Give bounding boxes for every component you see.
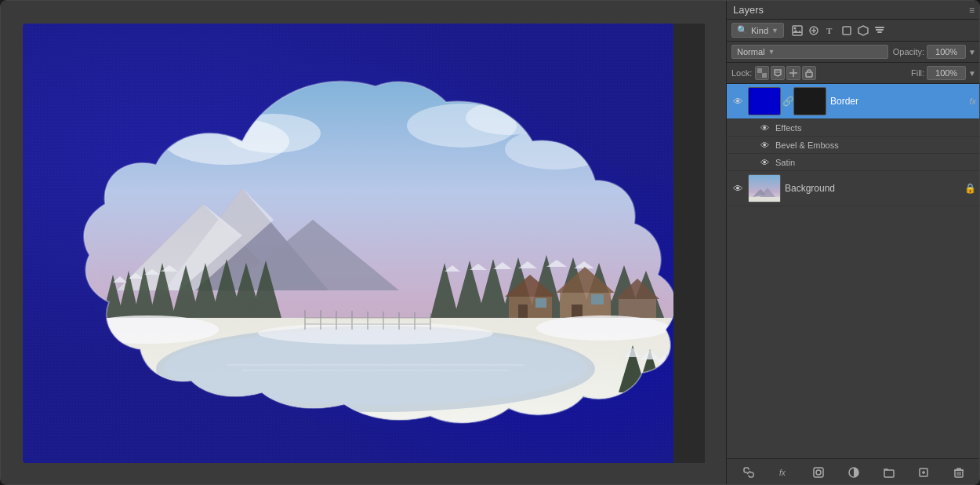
layer-border-chain: 🔗 — [782, 96, 792, 107]
lock-icons-group — [755, 66, 816, 80]
bevel-visibility[interactable]: 👁 — [758, 140, 771, 150]
search-icon: 🔍 — [737, 25, 748, 35]
svg-rect-104 — [814, 468, 823, 477]
svg-rect-89 — [762, 68, 767, 73]
svg-rect-74 — [793, 26, 802, 35]
cloud-svg — [70, 63, 681, 432]
opacity-input[interactable]: 100% — [927, 45, 966, 59]
svg-rect-42 — [535, 298, 546, 308]
kind-icon-adjustment[interactable] — [807, 24, 821, 38]
satin-label: Satin — [775, 158, 795, 167]
svg-point-5 — [505, 129, 607, 170]
delete-layer-btn[interactable] — [949, 463, 968, 482]
svg-marker-75 — [793, 30, 802, 33]
bevel-emboss-label: Bevel & Emboss — [775, 140, 839, 150]
right-dark-strip — [673, 24, 705, 463]
kind-chevron: ▼ — [771, 27, 779, 35]
add-adjustment-btn[interactable] — [844, 463, 863, 482]
layer-background[interactable]: 👁 — [727, 171, 980, 206]
panel-title: Layers — [733, 4, 764, 16]
svg-point-55 — [536, 315, 670, 341]
lock-position-btn[interactable] — [786, 66, 800, 80]
layers-list: 👁 🔗 — [727, 84, 980, 458]
svg-rect-84 — [877, 31, 882, 33]
svg-point-76 — [793, 27, 796, 29]
layer-bg-visibility[interactable]: 👁 — [731, 183, 744, 195]
app-container: Layers ≡ 🔍 Kind ▼ T — [1, 1, 980, 485]
bevel-emboss-item[interactable]: 👁 Bevel & Emboss — [727, 137, 980, 154]
svg-point-2 — [227, 114, 321, 153]
layer-border-thumbs: 🔗 — [748, 87, 826, 115]
lock-transparent-btn[interactable] — [755, 66, 769, 80]
satin-item[interactable]: 👁 Satin — [727, 154, 980, 171]
layer-border-mask-thumb — [793, 87, 826, 115]
fill-input[interactable]: 100% — [927, 66, 966, 80]
svg-rect-87 — [762, 73, 767, 78]
blend-mode-dropdown[interactable]: Normal ▼ — [731, 45, 888, 59]
svg-point-54 — [78, 315, 219, 344]
panel-header: Layers ≡ — [727, 1, 980, 20]
lock-label: Lock: — [731, 68, 752, 78]
fill-label: Fill: — [911, 68, 924, 78]
svg-rect-46 — [591, 294, 604, 304]
layer-border[interactable]: 👁 🔗 — [727, 84, 980, 119]
kind-icon-type[interactable]: T — [823, 24, 837, 38]
canvas-area — [1, 1, 726, 485]
opacity-label: Opacity: — [893, 47, 924, 57]
svg-point-4 — [466, 100, 552, 135]
layer-border-fx: fx — [969, 97, 976, 106]
link-layers-btn[interactable] — [739, 463, 758, 482]
layer-border-visibility[interactable]: 👁 — [731, 96, 744, 108]
svg-rect-83 — [876, 29, 884, 31]
layer-border-name: Border — [830, 96, 965, 107]
svg-point-56 — [258, 323, 493, 345]
layers-panel: Layers ≡ 🔍 Kind ▼ T — [726, 1, 980, 485]
kind-icon-image[interactable] — [790, 24, 804, 38]
svg-text:T: T — [826, 26, 833, 35]
svg-rect-86 — [757, 68, 762, 73]
svg-point-105 — [816, 470, 821, 475]
new-layer-btn[interactable] — [914, 463, 933, 482]
layer-bg-thumb — [748, 174, 781, 202]
layers-toolbar: fx — [727, 458, 980, 485]
kind-icon-smart[interactable] — [856, 24, 870, 38]
svg-text:fx: fx — [779, 469, 786, 477]
opacity-control: Opacity: 100% ▼ — [893, 45, 976, 59]
effects-visibility[interactable]: 👁 — [758, 123, 771, 133]
lock-fill-row: Lock: Fill: 100% ▼ — [727, 63, 980, 84]
add-mask-btn[interactable] — [809, 463, 828, 482]
svg-point-97 — [800, 94, 819, 105]
canvas-wrapper — [23, 24, 705, 463]
layer-bg-lock: 🔒 — [964, 183, 976, 194]
add-group-btn[interactable] — [880, 463, 898, 482]
effects-label: Effects — [775, 123, 801, 133]
cloud-container — [70, 63, 681, 432]
svg-marker-82 — [858, 26, 868, 35]
lock-image-btn[interactable] — [771, 66, 785, 80]
kind-icon-filter[interactable] — [873, 24, 887, 38]
svg-rect-101 — [749, 197, 781, 202]
svg-rect-88 — [757, 73, 762, 78]
effects-group: 👁 Effects — [727, 119, 980, 137]
layer-bg-name: Background — [785, 183, 960, 194]
svg-rect-85 — [875, 27, 884, 28]
satin-visibility[interactable]: 👁 — [758, 158, 771, 167]
blend-opacity-row: Normal ▼ Opacity: 100% ▼ — [727, 42, 980, 63]
opacity-arrow[interactable]: ▼ — [968, 48, 976, 57]
svg-rect-81 — [843, 27, 851, 35]
blend-mode-label: Normal — [737, 47, 764, 57]
fill-control: Fill: 100% ▼ — [911, 66, 976, 80]
lock-all-btn[interactable] — [802, 66, 816, 80]
add-style-btn[interactable]: fx — [775, 463, 793, 482]
layer-border-color-thumb — [748, 87, 781, 115]
kind-icons-group: T — [790, 24, 887, 38]
kind-label: Kind — [751, 26, 768, 35]
blend-chevron: ▼ — [768, 48, 775, 56]
panel-menu-btn[interactable]: ≡ — [969, 5, 975, 16]
svg-rect-107 — [884, 470, 894, 477]
svg-rect-93 — [806, 72, 812, 77]
kind-row: 🔍 Kind ▼ T — [727, 20, 980, 42]
kind-icon-shape[interactable] — [840, 24, 854, 38]
fill-arrow[interactable]: ▼ — [968, 69, 976, 78]
kind-dropdown[interactable]: 🔍 Kind ▼ — [731, 23, 784, 38]
